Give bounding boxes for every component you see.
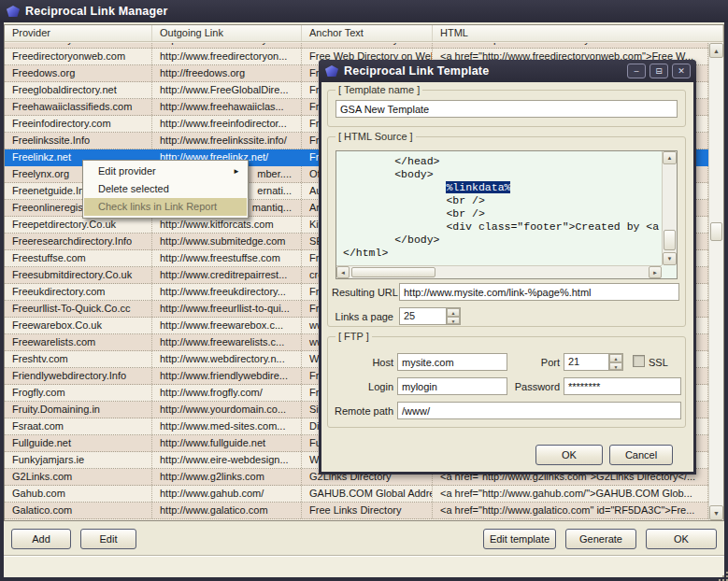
ftp-group: [ FTP ] Host Port 21 ▲ ▼ SSL Login Passw… bbox=[327, 336, 686, 428]
resize-grip-icon[interactable] bbox=[719, 572, 721, 574]
menu-item[interactable]: Delete selected bbox=[84, 180, 247, 198]
provider-cell: Galatico.com bbox=[5, 503, 152, 518]
provider-cell: Freewarelists.com bbox=[5, 334, 152, 350]
outgoing-link-cell: http://www.freeurllist-to-qui... bbox=[152, 301, 302, 317]
host-label: Host bbox=[356, 357, 393, 368]
provider-cell: Freshtv.com bbox=[5, 351, 152, 367]
edit-button[interactable]: Edit bbox=[80, 529, 136, 549]
maximize-icon[interactable]: ⊟ bbox=[649, 64, 668, 78]
provider-cell: Freeukdirectory.com bbox=[5, 284, 152, 300]
ok-button[interactable]: OK bbox=[646, 529, 717, 549]
code-lines[interactable]: </head> <body> %linkdata% <br /> <br /> … bbox=[337, 152, 662, 265]
provider-cell: Fsraat.com bbox=[5, 418, 152, 434]
menu-item[interactable]: Check links in Link Report bbox=[84, 198, 247, 216]
dialog-ok-button[interactable]: OK bbox=[535, 445, 603, 465]
add-button[interactable]: Add bbox=[11, 529, 71, 549]
outgoing-link-cell: http://www.gahub.com/ bbox=[152, 486, 302, 502]
editor-scroll-right-icon[interactable]: ► bbox=[649, 266, 662, 278]
spin-up-icon[interactable]: ▲ bbox=[447, 308, 460, 317]
main-titlebar[interactable]: Reciprocal Link Manager bbox=[0, 0, 728, 22]
column-header[interactable]: HTML bbox=[433, 25, 723, 41]
port-value: 21 bbox=[564, 354, 608, 370]
submenu-arrow-icon: ► bbox=[233, 163, 240, 180]
menu-item-label: Check links in Link Report bbox=[98, 201, 217, 212]
edit-template-button[interactable]: Edit template bbox=[483, 529, 556, 549]
login-label: Login bbox=[356, 381, 393, 392]
password-input[interactable] bbox=[564, 377, 681, 395]
scrollbar-thumb[interactable] bbox=[710, 222, 722, 241]
port-label: Port bbox=[530, 357, 560, 368]
login-input[interactable] bbox=[397, 377, 507, 395]
column-header[interactable]: Outgoing Link bbox=[152, 25, 302, 41]
dialog-titlebar[interactable]: Reciprocal Link Template – ⊟ ✕ bbox=[319, 60, 696, 82]
editor-scroll-left-icon[interactable]: ◄ bbox=[336, 266, 350, 278]
code-line: </html> bbox=[343, 247, 662, 260]
outgoing-link-cell: http://www.creditrepairrest... bbox=[152, 267, 302, 283]
outgoing-link-cell: http://www.friendlywebdire... bbox=[152, 368, 302, 384]
provider-cell: Freeglobaldirectory.net bbox=[5, 82, 152, 98]
code-line: </body> bbox=[343, 234, 662, 247]
table-row[interactable]: Galatico.comhttp://www.galatico.comFree … bbox=[5, 503, 708, 519]
outgoing-link-cell: http://www.freewarelists.c... bbox=[152, 334, 302, 350]
main-window: Reciprocal Link Manager ProviderOutgoing… bbox=[0, 0, 728, 581]
spin-up-icon[interactable]: ▲ bbox=[609, 354, 622, 362]
ftp-group-label: [ FTP ] bbox=[335, 331, 372, 342]
spin-down-icon[interactable]: ▼ bbox=[609, 362, 622, 371]
scroll-up-icon[interactable]: ▲ bbox=[709, 43, 723, 58]
editor-scroll-down-icon[interactable]: ▼ bbox=[663, 252, 677, 265]
resulting-url-label: Resulting URL bbox=[332, 287, 398, 298]
outgoing-link-cell: http://www.fullguide.net bbox=[152, 435, 302, 451]
code-line: <br /> bbox=[343, 194, 662, 207]
html-source-editor[interactable]: </head> <body> %linkdata% <br /> <br /> … bbox=[335, 150, 678, 279]
column-header[interactable]: Anchor Text bbox=[302, 25, 433, 41]
status-bar bbox=[4, 555, 724, 577]
provider-cell: Funkyjamjars.ie bbox=[5, 452, 152, 468]
provider-cell: Freepetdirectory.Co.uk bbox=[5, 217, 152, 233]
table-row[interactable]: Gahub.comhttp://www.gahub.com/GAHUB.COM … bbox=[5, 486, 708, 503]
outgoing-link-cell: http://www.submitedge.com bbox=[152, 234, 302, 249]
menu-item[interactable]: Edit provider► bbox=[84, 163, 247, 180]
table-scrollbar[interactable]: ▲ ▼ bbox=[708, 43, 723, 520]
editor-vscroll-thumb[interactable] bbox=[664, 230, 676, 250]
outgoing-link-cell: http://www.kitforcats.com bbox=[152, 217, 302, 233]
outgoing-link-cell: http://www.med-sites.com... bbox=[152, 418, 302, 434]
outgoing-link-cell: http://www.g2links.com bbox=[152, 469, 302, 485]
code-line: %linkdata% bbox=[343, 181, 662, 194]
provider-cell: Gahub.com bbox=[5, 486, 152, 502]
outgoing-link-cell: http://www.galatico.com bbox=[152, 503, 302, 518]
context-menu: Edit provider►Delete selectedCheck links… bbox=[82, 160, 249, 219]
editor-hscrollbar[interactable]: ◄ ► bbox=[336, 265, 662, 278]
column-header[interactable]: Provider bbox=[5, 25, 152, 41]
outgoing-link-cell: http://www.frogfly.com/ bbox=[152, 385, 302, 401]
code-line: <body> bbox=[343, 168, 662, 181]
close-icon[interactable]: ✕ bbox=[672, 64, 691, 78]
html-source-group: [ HTML Source ] </head> <body> %linkdata… bbox=[327, 136, 686, 327]
port-stepper[interactable]: 21 ▲ ▼ bbox=[564, 353, 623, 371]
dialog-title: Reciprocal Link Template bbox=[344, 64, 489, 78]
generate-button[interactable]: Generate bbox=[565, 529, 636, 549]
dialog-cancel-button[interactable]: Cancel bbox=[609, 445, 673, 465]
template-name-group-label: [ Template name ] bbox=[335, 84, 422, 95]
remote-path-label: Remote path bbox=[330, 405, 393, 417]
code-line: </head> bbox=[343, 155, 662, 168]
template-name-input[interactable] bbox=[335, 100, 678, 118]
window-title: Reciprocal Link Manager bbox=[25, 5, 168, 18]
html-cell: <a href="http://www.gahub.com/">GAHUB.CO… bbox=[433, 486, 708, 502]
host-input[interactable] bbox=[397, 353, 507, 371]
editor-hscroll-thumb[interactable] bbox=[351, 267, 435, 277]
dialog-body: [ Template name ] [ HTML Source ] </head… bbox=[321, 82, 693, 472]
ssl-checkbox[interactable] bbox=[633, 355, 645, 367]
editor-vscrollbar[interactable]: ▲ ▼ bbox=[662, 151, 677, 265]
links-a-page-stepper[interactable]: 25 ▲ ▼ bbox=[399, 307, 461, 325]
resulting-url-input[interactable] bbox=[399, 283, 679, 301]
html-cell: <a href="http://www.freedirectoryinfo.co… bbox=[433, 43, 708, 48]
code-line: <div class="footer">Created by <a h bbox=[343, 220, 662, 234]
scroll-down-icon[interactable]: ▼ bbox=[709, 505, 723, 520]
remote-path-input[interactable] bbox=[397, 402, 681, 419]
spin-down-icon[interactable]: ▼ bbox=[447, 317, 460, 325]
minimize-icon[interactable]: – bbox=[627, 64, 646, 78]
editor-scroll-up-icon[interactable]: ▲ bbox=[663, 151, 677, 164]
provider-cell: Fullguide.net bbox=[5, 435, 152, 451]
outgoing-link-cell: http://www.freedirectoryin... bbox=[152, 43, 302, 48]
html-cell: <a href="http://www.galatico.com" id="RF… bbox=[433, 503, 708, 518]
